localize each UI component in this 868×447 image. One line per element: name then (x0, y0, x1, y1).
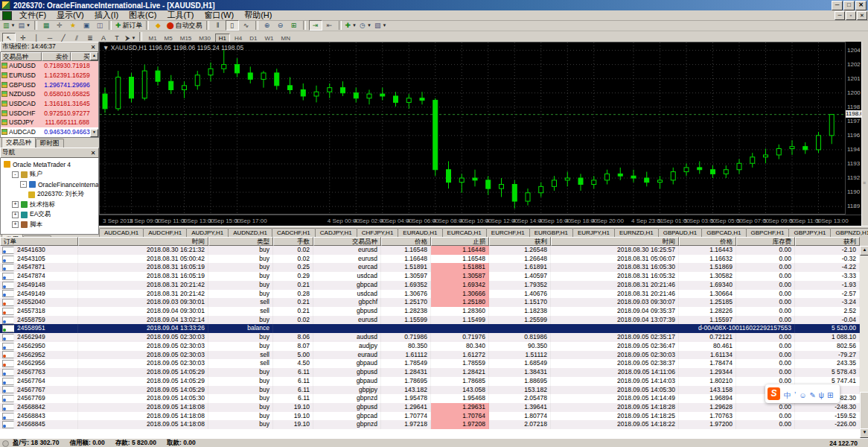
history-row[interactable]: 245677632018.09.05 14:05:29buy6.11gbpusd… (0, 368, 860, 377)
sogou-icon-3[interactable]: ✎ (809, 391, 815, 399)
new-order-button[interactable]: ✚新订单 (115, 21, 144, 30)
terminal-scrollbar[interactable]: ▲ ▼ (860, 246, 868, 438)
sogou-icon-1[interactable]: ’ (794, 391, 796, 399)
history-row[interactable]: 245573182018.09.04 09:30:01sell0.21gbpus… (0, 307, 860, 316)
line-chart-button[interactable]: ∿ (240, 21, 252, 30)
maximize-button[interactable]: □ (843, 1, 855, 10)
navigator-close-icon[interactable]: ✕ (89, 150, 97, 156)
new-chart-button[interactable]: ▥▼ (2, 21, 16, 30)
scroll-up-icon[interactable]: ▲ (860, 246, 868, 256)
tree-expander-icon[interactable]: + (12, 201, 19, 208)
tree-expander-icon[interactable]: + (12, 212, 19, 218)
candlestick-chart[interactable] (100, 42, 844, 214)
col-symbol[interactable]: 交易品种 (1, 52, 42, 61)
history-row[interactable]: 245677672018.09.05 14:05:29buy6.11gbpjpy… (0, 386, 860, 395)
terminal-col-0[interactable]: 订单 (0, 237, 78, 246)
data-window-toggle[interactable]: ✛ (54, 21, 66, 30)
chart-area[interactable]: ▼ XAUUSD,H1 1196.05 1198.06 1195.24 1198… (99, 42, 845, 215)
tab-symbols[interactable]: 交易品种 (1, 137, 36, 148)
col-bid[interactable]: 卖价 (42, 52, 71, 61)
time-axis[interactable]: 3 Sep 20183 Sep 09:003 Sep 11:003 Sep 13… (99, 215, 861, 226)
market-watch-row-USDCHF[interactable]: USDCHF0.972510.97277 (1, 108, 98, 118)
history-row[interactable]: 245688422018.09.05 14:18:08buy19.10gbpus… (0, 403, 860, 412)
scroll-down-icon[interactable]: ▼ (860, 428, 868, 438)
fibonacci-tool[interactable]: ≣ (84, 34, 96, 42)
history-row[interactable]: 245431052018.08.31 05:00:42buy0.02eurusd… (0, 255, 860, 264)
terminal-col-8[interactable]: 时间 (551, 237, 679, 246)
terminal-col-1[interactable]: 时间 (78, 237, 208, 246)
history-row[interactable]: 245629522018.09.05 02:30:03sell5.00eurau… (0, 351, 860, 360)
tree-expander-icon[interactable]: - (12, 171, 19, 178)
text-tool[interactable]: A (98, 34, 109, 42)
menu-帮助(H)[interactable]: 帮助(H) (239, 10, 277, 19)
history-row[interactable]: 245677692018.09.05 14:05:30buy6.11gbpnzd… (0, 394, 860, 403)
market-watch-close-icon[interactable]: ✕ (89, 44, 97, 51)
terminal-col-2[interactable]: 类型 (208, 237, 273, 246)
market-watch-row-USDCAD[interactable]: USDCAD1.316181.31645 (1, 99, 98, 109)
history-row[interactable]: 245491492018.08.31 20:21:42buy0.28usdcad… (0, 290, 860, 299)
indicators-button[interactable]: ✚▼ (345, 21, 358, 30)
periods-button[interactable]: ◷▼ (359, 21, 372, 30)
bars-chart-button[interactable]: ‖ (212, 21, 224, 30)
sogou-ime-toolbar[interactable]: S 中’☺✎ψ⊞ (765, 384, 840, 403)
market-watch-row-NZDUSD[interactable]: NZDUSD0.658010.65825 (1, 89, 98, 99)
nav-item[interactable]: 2026370: 刘长玲 (1, 190, 98, 200)
close-button[interactable]: ✕ (855, 1, 867, 10)
nav-item[interactable]: Oracle MetaTrader 4 (1, 159, 98, 170)
menu-图表(C)[interactable]: 图表(C) (124, 10, 162, 19)
minimize-button[interactable]: ─ (832, 1, 843, 10)
zoom-in-button[interactable]: ⊕ (261, 21, 273, 30)
history-row[interactable]: 245491482018.08.31 20:21:42buy0.21gbpcad… (0, 281, 860, 290)
nav-item[interactable]: -账户 (1, 170, 98, 180)
tab-tick-chart[interactable]: 即时图 (36, 139, 64, 148)
menu-文件(F)[interactable]: 文件(F) (14, 10, 51, 19)
shapes-tool[interactable]: ⮞▼ (124, 34, 136, 42)
market-watch-row-GBPUSD[interactable]: GBPUSD1.296741.29696 (1, 80, 98, 89)
scroll-down-icon[interactable]: ▼ (90, 129, 98, 137)
mdi-minimize-button[interactable]: ─ (835, 11, 845, 20)
market-watch-toggle[interactable]: ▦ (40, 21, 52, 30)
timeframe-M30[interactable]: M30 (196, 34, 214, 42)
menu-插入(I)[interactable]: 插入(I) (89, 10, 124, 19)
market-watch-scrollbar[interactable]: ▲ ▼ (92, 52, 98, 137)
horizontal-line-tool[interactable]: ─ (44, 34, 56, 42)
history-row[interactable]: 245629492018.09.05 02:30:03buy8.06audusd… (0, 333, 860, 342)
history-row[interactable]: 245416302018.08.30 16:21:32buy0.02eurusd… (0, 246, 860, 255)
history-row[interactable]: 245478712018.08.31 16:05:19buy0.25eurcad… (0, 263, 860, 272)
history-row[interactable]: 245688432018.09.05 14:18:08buy19.10gbpca… (0, 412, 860, 421)
history-row[interactable]: 245629562018.09.05 02:30:03sell4.50gbpau… (0, 359, 860, 368)
history-row[interactable]: 245478742018.08.31 16:05:19buy0.29usdcad… (0, 272, 860, 281)
label-tool[interactable]: T (111, 34, 123, 42)
nav-item[interactable]: -OracleFinanceInternationa (1, 180, 98, 190)
profiles-button[interactable]: ▤▼ (17, 21, 31, 30)
history-row[interactable]: 245688452018.09.05 14:18:08buy19.10gbpnz… (0, 420, 860, 429)
terminal-col-5[interactable]: 价格 (381, 237, 431, 246)
history-row[interactable]: 245677642018.09.05 14:05:29buy6.11gbpaud… (0, 377, 860, 386)
terminal-col-10[interactable]: 库存费 (736, 237, 795, 246)
terminal-toggle[interactable]: ▣ (80, 21, 92, 30)
nav-item[interactable]: +脚本 (1, 220, 98, 230)
market-watch-row-EURUSD[interactable]: EURUSD1.162391.16259 (1, 71, 98, 80)
menu-窗口(W)[interactable]: 窗口(W) (199, 10, 239, 19)
terminal-col-6[interactable]: 止损 (431, 237, 489, 246)
scrollbar-thumb[interactable] (860, 392, 868, 431)
terminal-col-7[interactable]: 获利 (489, 237, 551, 246)
terminal-col-11[interactable]: 获利 (795, 237, 860, 246)
sogou-logo-icon[interactable]: S (768, 387, 780, 400)
templates-button[interactable]: ▧▼ (374, 21, 387, 30)
timeframe-D1[interactable]: D1 (246, 34, 260, 42)
timeframe-H4[interactable]: H4 (232, 34, 245, 42)
strategy-tester-toggle[interactable]: ◫ (94, 21, 106, 30)
mdi-restore-button[interactable]: ▫ (846, 11, 856, 20)
tree-expander-icon[interactable]: - (20, 181, 27, 188)
crosshair-tool[interactable]: ✛ (17, 34, 29, 42)
timeframe-W1[interactable]: W1 (262, 34, 277, 42)
terminal-col-4[interactable]: 交易品种 (313, 237, 381, 246)
timeframe-M5[interactable]: M5 (162, 34, 176, 42)
market-watch-row-AUDCAD[interactable]: AUDCAD0.946340.94663 (1, 127, 98, 137)
menu-显示(V)[interactable]: 显示(V) (51, 10, 89, 19)
sogou-icon-4[interactable]: ψ (819, 391, 824, 399)
timeframe-MN[interactable]: MN (278, 34, 293, 42)
autotrading-button[interactable]: ⬤自动交易 (165, 21, 202, 30)
sogou-icon-2[interactable]: ☺ (799, 391, 806, 399)
